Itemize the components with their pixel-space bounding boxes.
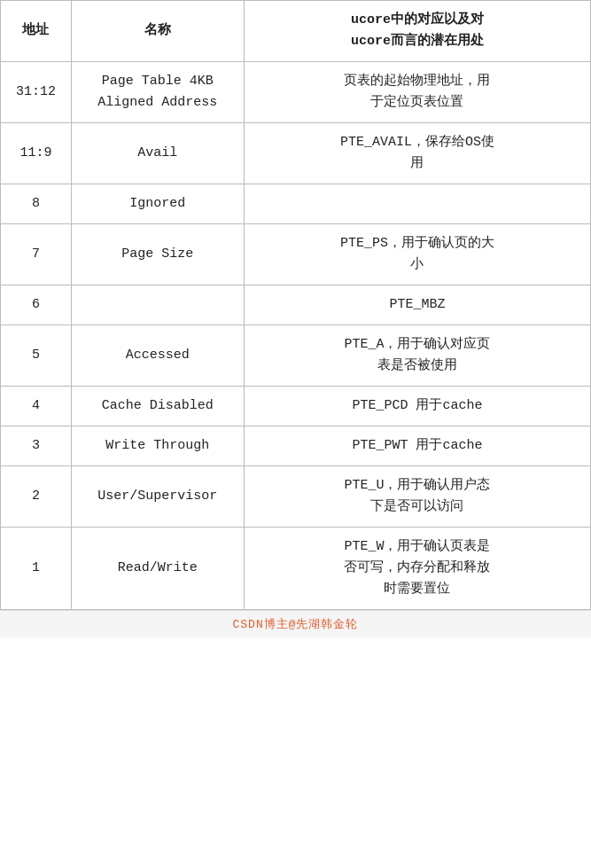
- cell-desc: PTE_AVAIL，保存给OS使 用: [244, 123, 590, 184]
- header-addr: 地址: [1, 1, 72, 62]
- cell-name: Accessed: [71, 325, 244, 387]
- cell-desc: PTE_A，用于确认对应页 表是否被使用: [244, 325, 590, 387]
- cell-desc: PTE_PWT 用于cache: [244, 426, 590, 466]
- cell-name: Ignored: [71, 184, 244, 224]
- cell-name: Page Table 4KB Aligned Address: [71, 62, 244, 123]
- cell-desc: 页表的起始物理地址，用 于定位页表位置: [244, 62, 590, 123]
- cell-addr: 8: [1, 184, 72, 224]
- cell-name: Read/Write: [71, 528, 244, 610]
- table-row: 31:12Page Table 4KB Aligned Address页表的起始…: [1, 62, 591, 123]
- table-row: 11:9AvailPTE_AVAIL，保存给OS使 用: [1, 123, 591, 184]
- header-name: 名称: [71, 1, 244, 62]
- cell-addr: 7: [1, 224, 72, 285]
- cell-addr: 3: [1, 426, 72, 466]
- cell-addr: 1: [1, 528, 72, 610]
- cell-name: Avail: [71, 123, 244, 184]
- cell-desc: PTE_PCD 用于cache: [244, 387, 590, 426]
- cell-addr: 11:9: [1, 123, 72, 184]
- cell-addr: 31:12: [1, 62, 72, 123]
- cell-addr: 5: [1, 325, 72, 387]
- table-row: 1Read/WritePTE_W，用于确认页表是 否可写，内存分配和释放 时需要…: [1, 528, 591, 610]
- main-table: 地址 名称 ucore中的对应以及对 ucore而言的潜在用处 31:12Pag…: [0, 0, 591, 610]
- cell-desc: PTE_MBZ: [244, 285, 590, 325]
- footer-bar: CSDN博主@先湖韩金轮: [0, 610, 591, 637]
- footer-text: CSDN博主@先湖韩金轮: [232, 618, 358, 631]
- table-row: 5AccessedPTE_A，用于确认对应页 表是否被使用: [1, 325, 591, 387]
- table-header-row: 地址 名称 ucore中的对应以及对 ucore而言的潜在用处: [1, 1, 591, 62]
- table-row: 7Page SizePTE_PS，用于确认页的大 小: [1, 224, 591, 285]
- cell-addr: 4: [1, 387, 72, 426]
- cell-name: User/Supervisor: [71, 466, 244, 528]
- table-row: 8Ignored: [1, 184, 591, 224]
- table-row: 6PTE_MBZ: [1, 285, 591, 325]
- cell-addr: 2: [1, 466, 72, 528]
- cell-name: Page Size: [71, 224, 244, 285]
- header-desc: ucore中的对应以及对 ucore而言的潜在用处: [244, 1, 590, 62]
- table-row: 2User/SupervisorPTE_U，用于确认用户态 下是否可以访问: [1, 466, 591, 528]
- cell-name: Cache Disabled: [71, 387, 244, 426]
- cell-addr: 6: [1, 285, 72, 325]
- cell-name: [71, 285, 244, 325]
- table-row: 4Cache DisabledPTE_PCD 用于cache: [1, 387, 591, 426]
- cell-desc: PTE_W，用于确认页表是 否可写，内存分配和释放 时需要置位: [244, 528, 590, 610]
- cell-name: Write Through: [71, 426, 244, 466]
- cell-desc: PTE_PS，用于确认页的大 小: [244, 224, 590, 285]
- cell-desc: [244, 184, 590, 224]
- cell-desc: PTE_U，用于确认用户态 下是否可以访问: [244, 466, 590, 528]
- table-row: 3Write ThroughPTE_PWT 用于cache: [1, 426, 591, 466]
